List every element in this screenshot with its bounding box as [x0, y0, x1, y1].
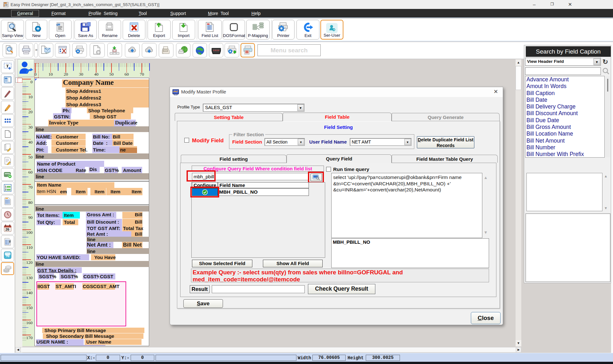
svg-text:T: T: [6, 63, 9, 68]
svg-text:#: #: [9, 240, 11, 243]
svg-text:%: %: [5, 253, 10, 258]
svg-text:2: 2: [5, 188, 6, 191]
svg-text:26: 26: [5, 227, 9, 231]
